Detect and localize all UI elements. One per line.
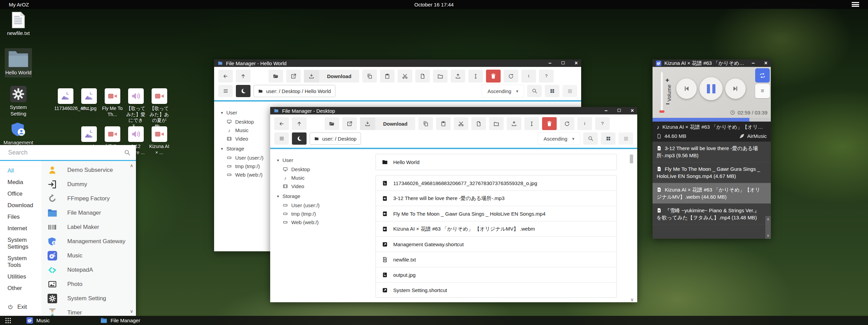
upload-button[interactable] <box>507 117 521 130</box>
grid-view-button[interactable] <box>601 132 615 145</box>
playlist-item[interactable]: Kizuna AI × 花譜 #63 「かりそめ」【オリジナルMV】.webm … <box>653 183 771 204</box>
title-bar[interactable]: Kizuna AI × 花譜 #63 「かりそめ」 【... – × <box>653 59 771 67</box>
desktop-icon-newfile[interactable]: newfile.txt <box>3 12 34 37</box>
file-row[interactable]: newfile.txt <box>376 252 617 267</box>
open-in-new-button[interactable] <box>342 117 357 130</box>
file-row[interactable]: Fly Me To The Moon _ Gawr Gura Sings _ H… <box>376 206 617 221</box>
rename-button[interactable] <box>468 70 483 83</box>
desktop-icon[interactable]: 117346026_49... <box>54 88 77 126</box>
file-row[interactable]: output.jpg <box>376 267 617 282</box>
app-item[interactable]: System Setting <box>41 291 136 306</box>
close-button[interactable]: × <box>764 60 767 66</box>
minimize-button[interactable]: – <box>605 108 608 113</box>
title-bar[interactable]: File Manager - Desktop – × <box>270 107 637 114</box>
scroll-up-icon[interactable]: ∧ <box>130 163 133 168</box>
volume-up[interactable]: + <box>665 76 669 84</box>
app-grid-icon[interactable] <box>5 317 12 324</box>
up-button[interactable] <box>236 70 250 83</box>
taskbar-item[interactable]: Music <box>27 317 50 324</box>
playlist-item[interactable]: 『雪峰 ~yukimine~ Piano & Strings Ver.』を歌って… <box>653 204 771 224</box>
menu-icon[interactable] <box>852 2 859 7</box>
scroll-down-icon[interactable]: ∨ <box>630 297 634 302</box>
delete-button[interactable] <box>486 70 501 83</box>
file-row[interactable]: System Setting.shortcut <box>376 282 617 297</box>
progress-bar[interactable] <box>653 118 771 122</box>
file-row[interactable]: 117346026_4968186883206677_3276783073763… <box>376 176 617 191</box>
info-button[interactable]: i <box>577 117 592 130</box>
delete-button[interactable] <box>542 117 557 130</box>
new-file-button[interactable] <box>471 117 486 130</box>
sidebar-section-storage[interactable]: ▾ Storage <box>277 193 337 199</box>
search-button[interactable] <box>527 85 542 97</box>
repeat-button[interactable] <box>755 68 770 83</box>
menu-category[interactable]: System Settings <box>0 234 41 253</box>
sidebar-item[interactable]: tmp (tmp:/) <box>277 210 337 218</box>
download-button[interactable]: Download <box>304 70 359 83</box>
help-button[interactable]: ? <box>595 117 610 130</box>
refresh-button[interactable] <box>560 117 574 130</box>
menu-category[interactable]: System Tools <box>0 253 41 271</box>
sidebar-section-user[interactable]: ▾ User <box>277 157 337 163</box>
desktop-icon-system-setting[interactable]: System Setting <box>3 86 34 117</box>
previous-track-button[interactable] <box>676 78 697 99</box>
volume-thumb[interactable] <box>659 110 664 113</box>
menu-category[interactable]: Office <box>0 188 41 200</box>
upload-button[interactable] <box>451 70 465 83</box>
app-item[interactable]: NotepadA <box>41 263 136 277</box>
menu-category[interactable]: Utilities <box>0 271 41 283</box>
search-icon[interactable] <box>124 149 131 156</box>
desktop-icon[interactable]: 【歌ってみた】愛にできる... <box>125 88 147 126</box>
help-button[interactable]: ? <box>539 70 554 83</box>
download-button[interactable]: Download <box>360 117 415 130</box>
paste-button[interactable] <box>380 70 395 83</box>
hamburger-button[interactable] <box>274 132 289 145</box>
sort-dropdown[interactable]: Ascending ▾ <box>538 132 580 145</box>
airmusic-badge[interactable]: AirMusic <box>739 133 767 139</box>
new-file-button[interactable] <box>415 70 430 83</box>
copy-button[interactable] <box>362 70 377 83</box>
desktop-icon-hello-world[interactable]: Hello World <box>5 48 32 77</box>
next-track-button[interactable] <box>725 78 746 99</box>
list-view-button[interactable] <box>562 85 577 97</box>
sort-dropdown[interactable]: Ascending ▾ <box>482 85 524 97</box>
menu-category[interactable]: Media <box>0 177 41 188</box>
refresh-button[interactable] <box>504 70 518 83</box>
file-row[interactable]: Kizuna AI × 花譜 #63 「かりそめ」 【オリジナルMV】 .web… <box>376 221 617 236</box>
volume-down[interactable]: − <box>666 100 670 108</box>
new-folder-button[interactable] <box>489 117 504 130</box>
app-item[interactable]: FFmpeg Factory <box>41 192 136 206</box>
app-item[interactable]: Label Maker <box>41 220 136 234</box>
sidebar-item[interactable]: Video <box>277 182 337 191</box>
app-item[interactable]: Demo Subservice <box>41 163 136 177</box>
minimize-button[interactable]: – <box>752 60 755 66</box>
app-item[interactable]: Timer <box>41 306 136 316</box>
info-button[interactable]: i <box>521 70 536 83</box>
sidebar-item[interactable]: User (user:/) <box>277 201 337 210</box>
close-button[interactable]: × <box>575 60 578 66</box>
search-button[interactable] <box>583 132 598 145</box>
list-view-button[interactable] <box>619 132 633 145</box>
rename-button[interactable] <box>524 117 539 130</box>
back-button[interactable] <box>218 70 233 83</box>
breadcrumb[interactable]: user: / Desktop / Hello World <box>254 85 335 97</box>
menu-category[interactable]: Files <box>0 211 41 223</box>
open-in-new-button[interactable] <box>286 70 301 83</box>
desktop-icon[interactable]: test.jpg <box>78 88 100 126</box>
exit-button[interactable]: Exit <box>0 299 41 316</box>
up-button[interactable] <box>292 117 307 130</box>
menu-category[interactable]: Other <box>0 283 41 294</box>
desktop-icon[interactable]: 【歌ってみた】あの夏が飽... <box>148 88 171 126</box>
pause-button[interactable] <box>699 77 723 100</box>
sidebar-item[interactable]: Web (web:/) <box>277 218 337 227</box>
paste-button[interactable] <box>436 117 451 130</box>
close-button[interactable]: × <box>631 108 634 113</box>
menu-category[interactable]: Download <box>0 200 41 211</box>
app-item[interactable]: Dummy <box>41 177 136 192</box>
volume-slider[interactable] <box>661 72 663 112</box>
file-row[interactable]: Management Gateway.shortcut <box>376 236 617 252</box>
cut-button[interactable] <box>454 117 468 130</box>
app-item[interactable]: Photo <box>41 277 136 291</box>
maximize-button[interactable] <box>617 108 621 113</box>
playlist-item[interactable]: Fly Me To The Moon _ Gawr Gura Sings _ H… <box>653 162 771 183</box>
sidebar-item[interactable]: Desktop <box>277 165 337 174</box>
